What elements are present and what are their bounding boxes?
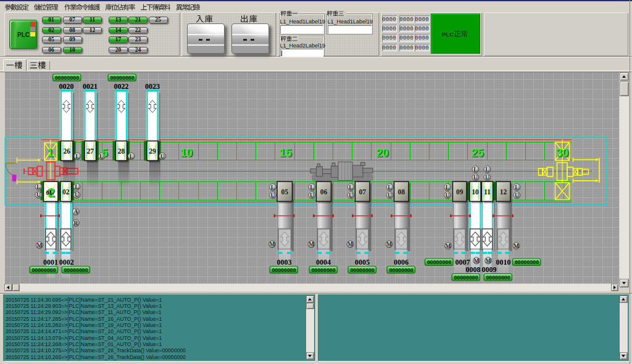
svg-text:PLC: PLC (442, 31, 454, 38)
